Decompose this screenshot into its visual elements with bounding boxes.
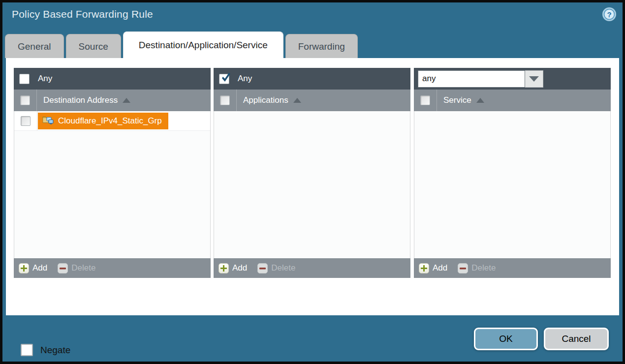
negate-checkbox[interactable] — [21, 344, 33, 356]
service-list — [414, 111, 611, 258]
sort-asc-icon — [293, 98, 301, 103]
applications-footer: Add Delete — [214, 258, 410, 278]
destination-column-header[interactable]: Destination Address — [14, 90, 211, 111]
delete-button[interactable]: Delete — [471, 263, 496, 273]
applications-list — [214, 111, 410, 258]
dialog-title: Policy Based Forwarding Rule — [12, 8, 153, 20]
service-mode-dropdown[interactable]: any — [418, 70, 543, 88]
add-icon[interactable] — [219, 263, 229, 273]
delete-icon[interactable] — [458, 263, 468, 273]
tab-general[interactable]: General — [5, 34, 64, 58]
service-panel: any Service Add — [414, 68, 611, 278]
applications-any-checkbox[interactable] — [219, 74, 229, 84]
service-column-label: Service — [443, 95, 471, 105]
tab-forwarding[interactable]: Forwarding — [285, 34, 358, 58]
add-button[interactable]: Add — [433, 263, 447, 273]
delete-button[interactable]: Delete — [271, 263, 295, 273]
tab-bar: General Source Destination/Application/S… — [5, 31, 358, 58]
svg-text:?: ? — [607, 10, 611, 19]
ok-button[interactable]: OK — [474, 328, 538, 350]
destination-address-name: Cloudflare_IPv4_Static_Grp — [58, 116, 162, 126]
address-group-icon — [42, 115, 54, 126]
applications-column-label: Applications — [243, 95, 288, 105]
add-icon[interactable] — [19, 263, 29, 273]
negate-label: Negate — [40, 345, 70, 356]
destination-any-checkbox[interactable] — [19, 74, 30, 84]
applications-panel: Any Applications Add Delete — [214, 68, 410, 278]
dropdown-button[interactable] — [525, 70, 543, 88]
destination-footer: Add Delete — [14, 258, 211, 278]
add-button[interactable]: Add — [232, 263, 247, 273]
service-mode-bar: any — [414, 68, 611, 90]
applications-column-header[interactable]: Applications — [214, 90, 410, 111]
delete-button[interactable]: Delete — [71, 263, 95, 273]
policy-based-forwarding-dialog: Policy Based Forwarding Rule ? General S… — [0, 0, 625, 364]
sort-asc-icon — [123, 98, 130, 103]
applications-any-label: Any — [238, 74, 252, 84]
delete-icon[interactable] — [58, 263, 68, 273]
destination-select-all-checkbox[interactable] — [20, 95, 30, 105]
destination-address-panel: Any Destination Address — [14, 68, 211, 278]
sort-asc-icon — [476, 98, 484, 103]
add-button[interactable]: Add — [32, 263, 47, 273]
tab-source[interactable]: Source — [66, 34, 121, 58]
destination-any-bar: Any — [14, 68, 211, 90]
destination-list: Cloudflare_IPv4_Static_Grp — [14, 111, 211, 258]
row-checkbox[interactable] — [21, 116, 31, 126]
destination-any-label: Any — [38, 74, 52, 84]
help-icon[interactable]: ? — [602, 7, 617, 22]
negate-row: Negate — [21, 344, 70, 356]
chevron-down-icon — [529, 76, 539, 82]
delete-icon[interactable] — [257, 263, 268, 273]
destination-column-label: Destination Address — [43, 95, 118, 105]
service-mode-value[interactable]: any — [418, 70, 525, 88]
applications-any-bar: Any — [214, 68, 410, 90]
service-select-all-checkbox[interactable] — [420, 95, 430, 105]
add-icon[interactable] — [419, 263, 429, 273]
applications-select-all-checkbox[interactable] — [220, 95, 230, 105]
tab-destination-application-service[interactable]: Destination/Application/Service — [123, 31, 283, 58]
cancel-button[interactable]: Cancel — [544, 328, 609, 350]
service-column-header[interactable]: Service — [414, 90, 611, 111]
tab-content: Any Destination Address — [6, 58, 619, 315]
service-footer: Add Delete — [414, 258, 611, 278]
table-row: Cloudflare_IPv4_Static_Grp — [14, 111, 210, 131]
destination-address-entry[interactable]: Cloudflare_IPv4_Static_Grp — [38, 113, 168, 129]
